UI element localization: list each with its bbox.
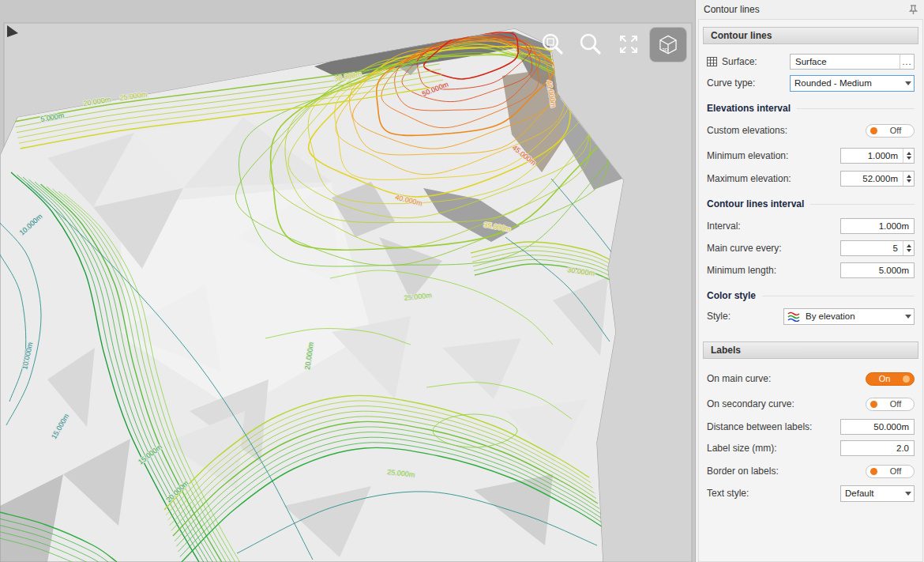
border-on-labels-toggle[interactable]: Off [866,465,915,478]
panel-body: Contour lines Surface: Surface ... [698,19,923,562]
border-on-labels-label: Border on labels: [707,466,866,477]
toggle-dot [870,468,877,475]
max-elevation-spinner[interactable] [903,172,914,186]
section-labels: Labels [703,341,918,359]
distance-label: Distance between labels: [707,421,840,432]
min-length-value: 5.000m [841,266,914,275]
terrain-view: 5.000m20.000m25.000m30.000m10.000m10.000… [0,0,695,562]
on-main-curve-toggle[interactable]: On [866,372,915,386]
min-elevation-label: Minimum elevation: [707,150,840,161]
row-main-curve: Main curve every: 5 [707,240,915,256]
min-length-field[interactable]: 5.000m [840,262,915,278]
interval-field[interactable]: 1.000m [840,218,915,234]
style-label: Style: [707,311,783,322]
text-style-dropdown[interactable]: Default [840,485,915,502]
zoom-window-button[interactable] [535,27,570,62]
row-max-elevation: Maximum elevation: 52.000m [707,171,915,187]
by-elevation-icon [787,311,800,322]
text-style-label: Text style: [707,488,840,499]
zoom-extents-button[interactable] [611,27,646,62]
row-min-elevation: Minimum elevation: 1.000m [707,148,915,164]
section-labels-title: Labels [711,345,741,356]
color-style-header: Color style [707,290,915,301]
curve-type-dropdown[interactable]: Rounded - Medium [790,75,915,92]
row-curve-type: Curve type: Rounded - Medium [707,75,915,91]
label-size-field[interactable]: 2.0 [840,440,915,456]
surface-field[interactable]: Surface ... [790,54,915,70]
chevron-down-icon [903,492,914,496]
distance-field[interactable]: 50.000m [840,419,915,435]
custom-elevations-label: Custom elevations: [707,125,866,136]
elevations-interval-header: Elevations interval [707,103,915,114]
zoom-button[interactable] [573,27,608,62]
label-size-label: Label size (mm): [707,443,840,454]
row-min-length: Minimum length: 5.000m [707,262,915,278]
min-length-label: Minimum length: [707,265,840,276]
zoom-extents-icon [618,33,640,55]
max-elevation-label: Maximum elevation: [707,173,840,184]
interval-value: 1.000m [841,221,914,231]
3d-cube-icon: 3D [655,29,682,61]
surface-value: Surface [791,57,900,66]
chevron-down-icon [903,315,914,319]
curve-type-label: Curve type: [707,77,790,89]
row-label-size: Label size (mm): 2.0 [707,440,915,456]
label-size-value: 2.0 [841,443,914,453]
row-surface: Surface: Surface ... [707,54,915,70]
svg-text:3D: 3D [662,46,668,51]
main-curve-label: Main curve every: [707,243,840,254]
min-elevation-value: 1.000m [841,151,903,160]
section-contour-lines-title: Contour lines [711,30,772,41]
row-interval: Interval: 1.000m [707,218,915,234]
surface-label: Surface: [722,56,790,67]
toggle-dot [870,401,877,408]
on-secondary-curve-toggle[interactable]: Off [866,398,915,411]
max-elevation-value: 52.000m [841,174,903,183]
surface-browse-button[interactable]: ... [900,55,914,69]
style-dropdown[interactable]: By elevation [783,308,915,325]
application-window: 5.000m20.000m25.000m30.000m10.000m10.000… [0,0,924,562]
surface-grid-icon [707,57,718,67]
on-secondary-curve-label: On secondary curve: [707,398,866,409]
on-main-curve-label: On main curve: [707,373,866,384]
section-contour-lines: Contour lines [703,27,918,44]
min-elevation-spinner[interactable] [903,149,914,163]
curve-type-value: Rounded - Medium [791,78,903,88]
row-border-on-labels: Border on labels: Off [707,463,915,479]
text-style-value: Default [841,488,903,498]
zoom-window-icon [541,32,565,56]
row-style: Style: By elevation [707,308,915,324]
3d-view-button[interactable]: 3D [649,27,687,62]
toggle-dot [870,127,877,134]
style-value: By elevation [802,311,903,321]
row-on-main-curve: On main curve: On [707,371,915,387]
distance-value: 50.000m [841,422,914,432]
min-elevation-field[interactable]: 1.000m [840,148,915,164]
toggle-dot [903,375,910,383]
contour-interval-header: Contour lines interval [707,198,915,209]
3d-viewport[interactable]: 5.000m20.000m25.000m30.000m10.000m10.000… [0,0,695,562]
zoom-icon [579,32,603,56]
max-elevation-field[interactable]: 52.000m [840,171,915,187]
panel-title: Contour lines [696,0,924,19]
row-custom-elevations: Custom elevations: Off [707,123,915,138]
main-curve-field[interactable]: 5 [840,240,915,256]
pin-icon[interactable] [908,4,918,18]
row-distance-between-labels: Distance between labels: 50.000m [707,419,915,435]
viewport-toolbar: 3D [535,27,687,62]
chevron-down-icon [903,81,914,85]
row-on-secondary-curve: On secondary curve: Off [707,396,915,412]
interval-label: Interval: [707,221,840,232]
row-text-style: Text style: Default [707,485,915,501]
custom-elevations-toggle[interactable]: Off [866,124,915,138]
main-curve-spinner[interactable] [903,241,914,255]
contour-lines-panel: Contour lines Contour lines [695,0,924,562]
main-curve-value: 5 [841,243,903,253]
